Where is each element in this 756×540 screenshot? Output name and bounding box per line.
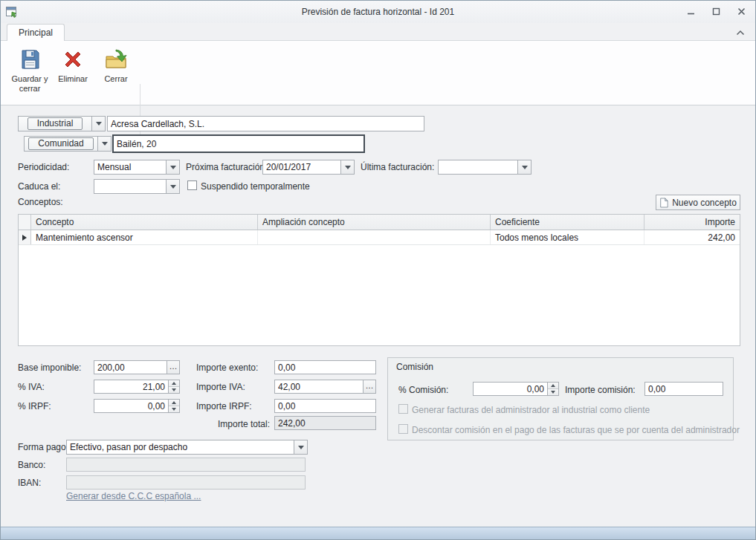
delete-button[interactable]: Eliminar <box>53 44 93 102</box>
periodicidad-dropdown-icon[interactable] <box>166 160 179 174</box>
descontar-comision-checkbox <box>398 424 408 434</box>
forma-pago-label: Forma pago: <box>18 442 68 452</box>
proxima-facturacion-label: Próxima facturación: <box>186 162 267 172</box>
window-title: Previsión de factura horizontal - Id 201 <box>1 1 755 23</box>
save-and-close-label: Guardar y cerrar <box>10 74 50 94</box>
suspendido-checkbox[interactable] <box>187 180 197 190</box>
nuevo-concepto-button[interactable]: Nuevo concepto <box>656 195 740 210</box>
importe-iva-ellipsis-button[interactable] <box>363 380 375 393</box>
importe-total-label: Importe total: <box>206 419 270 429</box>
statusbar <box>1 527 755 539</box>
comunidad-value-fieldwrap <box>113 135 364 152</box>
importe-exento-label: Importe exento: <box>196 362 258 373</box>
importe-iva-field[interactable] <box>275 380 363 393</box>
pct-irpf-spin-down-icon[interactable] <box>169 406 179 412</box>
periodicidad-label: Periodicidad: <box>18 162 69 172</box>
pct-iva-field[interactable] <box>94 380 168 393</box>
caduca-el-dropdown-icon[interactable] <box>166 180 179 193</box>
forma-pago-dropdown-icon[interactable] <box>294 440 307 454</box>
importe-irpf-field[interactable] <box>275 400 375 412</box>
pct-iva-spin-up-icon[interactable] <box>169 380 179 387</box>
periodicidad-combo <box>94 160 180 175</box>
minimize-button[interactable] <box>681 4 700 19</box>
comunidad-selector: Comunidad <box>24 136 112 152</box>
grid-indicator-header <box>19 215 31 230</box>
importe-comision-fieldwrap <box>644 382 723 396</box>
industrial-dropdown-icon[interactable] <box>91 117 105 131</box>
collapse-ribbon-icon[interactable] <box>734 27 746 39</box>
delete-label: Eliminar <box>58 74 88 84</box>
comunidad-button-label: Comunidad <box>28 137 93 150</box>
industrial-button[interactable]: Industrial <box>19 117 91 131</box>
comunidad-value-field[interactable] <box>114 136 364 152</box>
industrial-button-label: Industrial <box>28 117 83 130</box>
industrial-value-fieldwrap <box>107 116 424 131</box>
importe-comision-field[interactable] <box>645 383 723 395</box>
importe-comision-label: Importe comisión: <box>565 385 636 395</box>
pct-comision-spin-up-icon[interactable] <box>548 383 558 389</box>
pct-comision-spin-down-icon[interactable] <box>548 389 558 395</box>
grid-col-importe[interactable]: Importe <box>644 215 740 230</box>
forma-pago-value[interactable] <box>67 440 294 454</box>
caduca-el-value[interactable] <box>94 180 166 193</box>
grid-col-ampliacion[interactable]: Ampliación concepto <box>258 215 491 230</box>
base-imponible-field[interactable] <box>94 361 167 374</box>
pct-irpf-spinner <box>168 400 179 412</box>
banco-label: Banco: <box>18 460 45 470</box>
comunidad-dropdown-icon[interactable] <box>97 137 111 151</box>
conceptos-grid: Concepto Ampliación concepto Coeficiente… <box>18 214 740 346</box>
importe-total-fieldwrap <box>274 416 376 430</box>
save-and-close-button[interactable]: Guardar y cerrar <box>10 44 50 102</box>
comision-title: Comisión <box>396 362 433 372</box>
proxima-facturacion-value[interactable] <box>263 160 340 174</box>
close-form-label: Cerrar <box>104 74 127 84</box>
ultima-facturacion-label: Última facturación: <box>361 162 434 172</box>
grid-col-concepto[interactable]: Concepto <box>31 215 258 230</box>
ultima-facturacion-dropdown-icon[interactable] <box>517 160 531 174</box>
close-button[interactable] <box>731 4 751 19</box>
generar-ccc-link[interactable]: Generar desde C.C.C española ... <box>66 491 201 501</box>
grid-header: Concepto Ampliación concepto Coeficiente… <box>19 215 740 230</box>
forma-pago-combo <box>66 440 308 455</box>
app-window: Previsión de factura horizontal - Id 201… <box>0 0 756 540</box>
close-folder-icon <box>104 48 128 71</box>
base-imponible-fieldwrap <box>94 360 180 374</box>
importe-irpf-label: Importe IRPF: <box>196 401 252 411</box>
pct-comision-spinner <box>547 383 558 395</box>
caduca-el-label: Caduca el: <box>18 181 60 192</box>
cell-importe[interactable]: 242,00 <box>644 230 740 244</box>
importe-exento-fieldwrap <box>274 360 376 374</box>
base-imponible-ellipsis-button[interactable] <box>167 361 179 374</box>
pct-irpf-field[interactable] <box>94 400 168 412</box>
cell-coeficiente[interactable]: Todos menos locales <box>491 230 644 244</box>
tab-principal[interactable]: Principal <box>7 24 65 41</box>
close-form-button[interactable]: Cerrar <box>96 44 136 102</box>
maximize-button[interactable] <box>706 4 726 19</box>
pct-comision-field[interactable] <box>474 383 547 395</box>
pct-comision-label: % Comisión: <box>398 385 448 395</box>
comunidad-button[interactable]: Comunidad <box>25 137 97 151</box>
importe-irpf-fieldwrap <box>274 399 376 413</box>
ultima-facturacion-value[interactable] <box>439 160 517 174</box>
cell-ampliacion[interactable] <box>258 230 491 244</box>
pct-iva-spin-down-icon[interactable] <box>169 387 179 393</box>
cell-concepto[interactable]: Mantenimiento ascensor <box>31 230 258 244</box>
pct-irpf-spin-up-icon[interactable] <box>169 400 179 406</box>
pct-irpf-label: % IRPF: <box>18 401 51 411</box>
importe-iva-label: Importe IVA: <box>196 382 245 392</box>
pct-iva-spinner <box>168 380 179 393</box>
ultima-facturacion-combo <box>438 160 532 175</box>
importe-exento-field[interactable] <box>275 361 375 374</box>
periodicidad-value[interactable] <box>94 160 166 174</box>
proxima-facturacion-combo <box>262 160 355 175</box>
industrial-value-field[interactable] <box>108 117 424 131</box>
proxima-facturacion-dropdown-icon[interactable] <box>340 160 354 174</box>
grid-row[interactable]: Mantenimiento ascensor Todos menos local… <box>19 230 740 245</box>
grid-col-coeficiente[interactable]: Coeficiente <box>491 215 644 230</box>
descontar-comision-label: Descontar comisión en el pago de las fac… <box>412 425 740 435</box>
nuevo-concepto-label: Nuevo concepto <box>672 198 737 208</box>
importe-iva-fieldwrap <box>274 380 376 394</box>
generar-facturas-checkbox <box>398 404 408 414</box>
iban-fieldwrap <box>66 475 306 489</box>
suspendido-label: Suspendido temporalmente <box>201 181 310 192</box>
